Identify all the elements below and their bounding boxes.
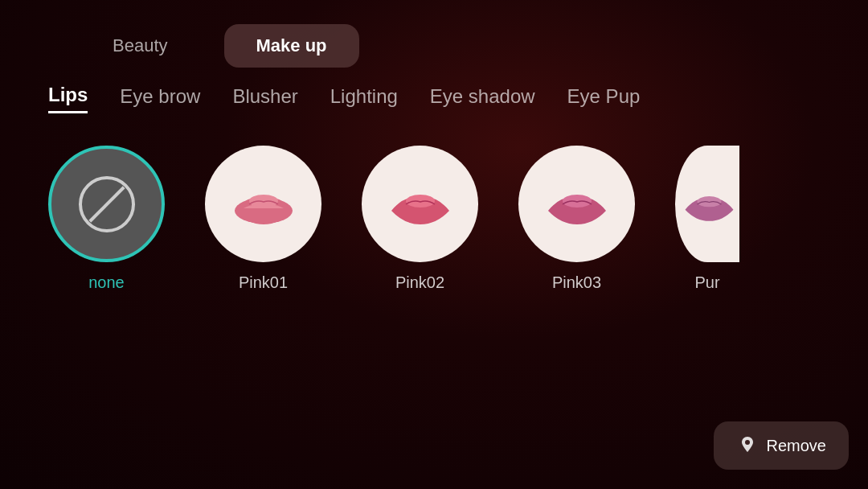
lip-pur-icon xyxy=(679,180,739,228)
top-bar: Beauty Make up xyxy=(0,0,868,84)
tab-eyebrow[interactable]: Eye brow xyxy=(120,85,200,113)
tab-lips[interactable]: Lips xyxy=(48,84,88,113)
lip-pink01-icon xyxy=(227,180,300,228)
item-pink01[interactable]: Pink01 xyxy=(205,146,321,292)
tab-eyepup[interactable]: Eye Pup xyxy=(567,85,640,113)
pink02-circle xyxy=(362,146,478,262)
pink02-label: Pink02 xyxy=(395,273,444,292)
svg-point-3 xyxy=(563,195,592,208)
no-entry-icon xyxy=(79,176,135,232)
makeup-button[interactable]: Make up xyxy=(224,24,359,68)
svg-point-4 xyxy=(698,196,722,207)
items-row: none Pink01 Pink02 xyxy=(0,138,868,300)
svg-point-2 xyxy=(406,195,435,208)
item-pink02[interactable]: Pink02 xyxy=(362,146,478,292)
remove-button[interactable]: Remove xyxy=(714,421,849,470)
pink01-circle xyxy=(205,146,321,262)
none-circle xyxy=(48,146,165,262)
category-tabs: Lips Eye brow Blusher Lighting Eye shado… xyxy=(0,84,868,113)
pink03-label: Pink03 xyxy=(552,273,601,292)
pink03-circle xyxy=(518,146,635,262)
lip-pink03-icon xyxy=(541,180,613,228)
item-pink03[interactable]: Pink03 xyxy=(518,146,635,292)
svg-point-1 xyxy=(249,195,278,208)
remove-icon xyxy=(736,434,759,457)
none-label: none xyxy=(88,273,125,292)
item-none[interactable]: none xyxy=(48,146,165,292)
lip-pink02-icon xyxy=(384,180,457,228)
pur-label: Pur xyxy=(694,273,719,292)
item-pur[interactable]: Pur xyxy=(675,146,739,292)
remove-label: Remove xyxy=(767,437,826,455)
pur-circle xyxy=(675,146,739,262)
tab-blusher[interactable]: Blusher xyxy=(232,85,297,113)
tab-lighting[interactable]: Lighting xyxy=(330,85,398,113)
beauty-button[interactable]: Beauty xyxy=(80,24,200,68)
pink01-label: Pink01 xyxy=(239,273,288,292)
svg-point-5 xyxy=(745,440,750,445)
tab-eyeshadow[interactable]: Eye shadow xyxy=(430,85,535,113)
